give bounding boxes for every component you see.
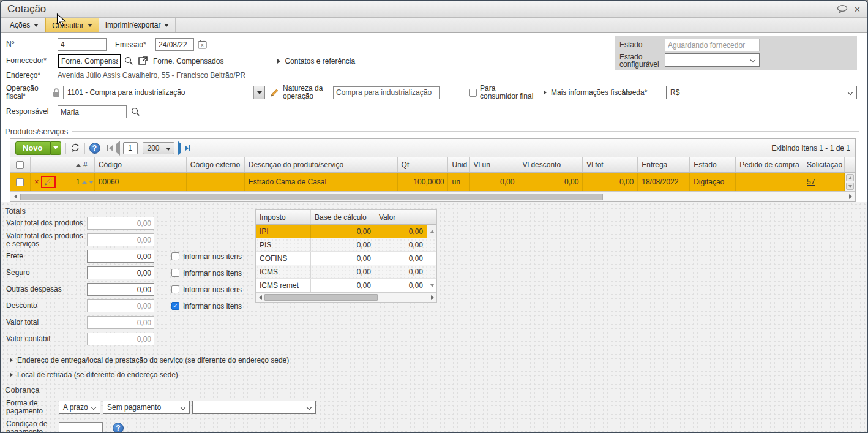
seguro-informar-checkbox[interactable] — [171, 269, 179, 277]
delete-row-icon[interactable]: ✕ — [34, 179, 39, 185]
vl-tot-header-cell[interactable]: Vl tot — [583, 157, 638, 172]
condicao-pagamento-field[interactable] — [59, 422, 103, 433]
imposto-header-cell[interactable]: Imposto — [256, 210, 311, 224]
forma-pagamento-select-2[interactable]: Sem pagamento — [103, 401, 190, 414]
natureza-operacao-field[interactable] — [333, 86, 440, 99]
impostos-horizontal-scrollbar[interactable] — [256, 292, 436, 302]
vl-un-header-cell[interactable]: Vl un — [470, 157, 518, 172]
pager-first-button[interactable] — [107, 145, 113, 151]
comment-bubble-icon[interactable] — [837, 5, 848, 13]
solicitacao-header-cell[interactable]: Solicitação — [803, 157, 845, 172]
seguro-informar-group[interactable]: Informar nos itens — [171, 269, 242, 277]
novo-dropdown-arrow[interactable] — [50, 141, 61, 155]
scroll-up-icon[interactable] — [846, 174, 854, 181]
pager-page-field[interactable]: 1 — [123, 142, 138, 154]
desconto-informar-checkbox[interactable]: ✓ — [171, 302, 179, 310]
imposto-row-icms[interactable]: ICMS 0,00 0,00 — [256, 265, 436, 279]
desconto-informar-group[interactable]: ✓Informar nos itens — [171, 302, 242, 311]
base-calculo-header-cell[interactable]: Base de cálculo — [311, 210, 375, 224]
close-icon[interactable]: ✕ — [854, 5, 861, 14]
row-checkbox[interactable] — [16, 178, 24, 186]
outras-despesas-field[interactable] — [87, 283, 154, 296]
imposto-row-ipi[interactable]: IPI 0,00 0,00 — [256, 225, 436, 238]
imposto-row-icms-remet[interactable]: ICMS remet 0,00 0,00 — [256, 279, 436, 292]
menu-consultar[interactable]: Consultar — [45, 18, 99, 32]
descricao-header-cell[interactable]: Descrição do produto/serviço — [245, 157, 398, 172]
codigo-externo-header-cell[interactable]: Código externo — [187, 157, 245, 172]
select-arrow-button[interactable] — [253, 86, 264, 99]
scroll-down-icon[interactable] — [846, 183, 854, 190]
scrollbar-thumb[interactable] — [20, 194, 603, 200]
menu-imprimir-exportar[interactable]: Imprimir/exportar — [99, 18, 176, 32]
operacao-fiscal-select[interactable]: 1101 - Compra para industrialização — [63, 86, 265, 99]
row-actions-cell: ✕ — [31, 173, 72, 191]
numero-field[interactable] — [58, 38, 107, 51]
frete-field[interactable] — [87, 250, 154, 263]
scroll-up-icon[interactable] — [430, 230, 434, 233]
scroll-right-icon[interactable] — [845, 192, 855, 201]
vertical-scrollbar[interactable] — [845, 173, 855, 191]
consumidor-final-label: Para consumidor final — [480, 85, 535, 100]
scroll-left-icon[interactable] — [256, 293, 264, 302]
forma-pagamento-select-3[interactable] — [192, 401, 316, 414]
expander-contatos[interactable]: Contatos e referência — [277, 57, 355, 66]
move-up-icon[interactable] — [82, 181, 87, 184]
unid-header-cell[interactable]: Unid — [448, 157, 470, 172]
chevron-down-icon — [91, 405, 96, 410]
estado-configuravel-select[interactable] — [665, 53, 760, 67]
pager-last-button[interactable] — [185, 145, 190, 151]
total-produtos-servicos-field — [87, 233, 154, 246]
novo-button[interactable]: Novo — [15, 141, 61, 155]
frete-informar-group[interactable]: Informar nos itens — [171, 252, 242, 261]
select-all-checkbox-cell[interactable] — [10, 157, 31, 172]
help-icon[interactable]: ? — [89, 143, 100, 154]
menu-acoes[interactable]: Ações — [4, 18, 45, 32]
pencil-icon[interactable] — [270, 88, 279, 97]
frete-informar-checkbox[interactable] — [171, 252, 179, 260]
help-icon[interactable]: ? — [113, 423, 124, 433]
consumidor-final-group[interactable]: Para consumidor final — [469, 85, 535, 100]
solicitacao-link[interactable]: 57 — [807, 178, 815, 186]
imposto-row-pis[interactable]: PIS 0,00 0,00 — [256, 238, 436, 252]
expander-mais-informacoes[interactable]: Mais informações fiscais — [544, 88, 631, 97]
pedido-compra-header-cell[interactable]: Pedido de compra — [736, 157, 803, 172]
index-header-cell[interactable]: # — [72, 157, 95, 172]
emissao-field[interactable] — [155, 38, 194, 51]
estado-header-cell[interactable]: Estado — [690, 157, 736, 172]
outras-despesas-informar-group[interactable]: Informar nos itens — [171, 285, 242, 294]
outras-despesas-informar-checkbox[interactable] — [171, 285, 179, 293]
search-icon[interactable] — [124, 56, 133, 66]
responsavel-field[interactable] — [58, 105, 127, 118]
scroll-down-icon[interactable] — [430, 284, 434, 287]
fornecedor-field[interactable] — [58, 54, 121, 68]
forma-pagamento-select-1[interactable]: A prazo — [59, 401, 100, 414]
row-checkbox-cell[interactable] — [10, 173, 31, 191]
move-down-icon[interactable] — [89, 181, 94, 184]
expander-endereco-entrega[interactable]: Endereço de entrega/local de prestação d… — [10, 354, 867, 366]
select-all-checkbox[interactable] — [16, 161, 24, 169]
search-icon[interactable] — [131, 107, 140, 116]
scroll-right-icon[interactable] — [428, 293, 436, 302]
imposto-row-cofins[interactable]: COFINS 0,00 0,00 — [256, 252, 436, 265]
valor-header-cell[interactable]: Valor — [375, 210, 427, 224]
codigo-header-cell[interactable]: Código — [95, 157, 187, 172]
calendar-icon[interactable]: 8 — [198, 40, 207, 49]
table-row[interactable]: ✕ 1 00060 Estrado Cama de Casal 100,0000… — [10, 173, 855, 191]
desconto-label: Desconto — [6, 302, 87, 310]
scroll-left-icon[interactable] — [10, 192, 20, 201]
scrollbar-thumb[interactable] — [264, 294, 378, 301]
expander-local-retirada[interactable]: Local de retirada (se diferente do ender… — [10, 369, 867, 381]
refresh-icon[interactable] — [70, 143, 80, 153]
seguro-field[interactable] — [87, 266, 154, 279]
external-link-icon[interactable] — [138, 56, 148, 66]
edit-pencil-icon[interactable] — [44, 178, 53, 186]
entrega-header-cell[interactable]: Entrega — [638, 157, 690, 172]
pager-prev-button[interactable] — [116, 144, 120, 152]
qt-header-cell[interactable]: Qt — [398, 157, 449, 172]
moeda-select[interactable]: R$ — [666, 86, 857, 99]
pager-next-button[interactable] — [178, 144, 181, 152]
vl-desconto-header-cell[interactable]: Vl desconto — [518, 157, 583, 172]
pager-page-size-select[interactable]: 200 — [143, 142, 174, 154]
consumidor-final-checkbox[interactable] — [469, 89, 477, 97]
horizontal-scrollbar[interactable] — [10, 191, 855, 201]
